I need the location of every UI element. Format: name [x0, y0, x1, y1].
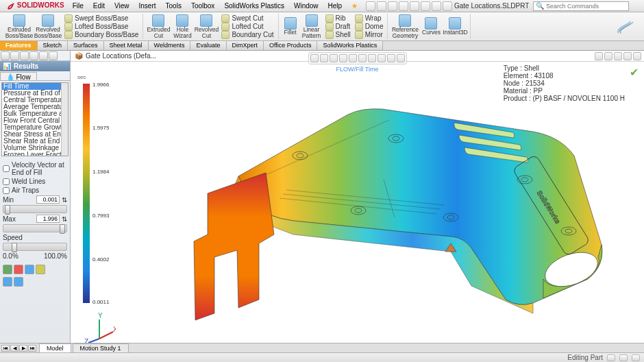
panel-config-icon[interactable] [20, 51, 29, 60]
shell-button[interactable]: Shell [324, 31, 352, 39]
ctrl1-icon[interactable] [3, 277, 12, 287]
tab-prev-icon[interactable]: ◀ [10, 345, 18, 352]
play-icon[interactable] [3, 265, 12, 274]
linear-pattern-icon[interactable] [306, 14, 318, 27]
hide-show-icon[interactable] [368, 54, 376, 62]
qat-print-icon[interactable] [399, 1, 408, 11]
search-input[interactable] [546, 3, 626, 10]
qat-new-icon[interactable] [366, 1, 375, 11]
status-grid-icon[interactable] [632, 354, 640, 361]
tab-model[interactable]: Model [39, 343, 71, 353]
wrap-button[interactable]: Wrap [354, 14, 385, 23]
min-spinner-icon[interactable]: ⇅ [62, 196, 67, 204]
tab-features[interactable]: Features [0, 41, 38, 50]
qat-more-icon[interactable] [443, 1, 452, 11]
tab-next-icon[interactable]: ▶ [19, 345, 27, 352]
graphics-viewport[interactable]: 📦 Gate Locations (Defa... FLOW/Fill [71, 51, 644, 352]
tab-sketch[interactable]: Sketch [38, 41, 69, 50]
view-orient-icon[interactable] [349, 54, 357, 62]
list-item[interactable]: Frozen Layer Fraction at End of [2, 152, 68, 156]
menu-expand-icon[interactable]: ★ [347, 1, 362, 11]
stop-icon[interactable] [14, 265, 23, 274]
vp-tile-icon[interactable] [595, 52, 603, 60]
rib-button[interactable]: Rib [324, 14, 352, 23]
tab-flow[interactable]: 💧 Flow [0, 72, 37, 80]
speed-slider[interactable] [3, 243, 67, 251]
vp-min-icon[interactable] [614, 52, 622, 60]
part-model[interactable]: SolidWorks [149, 73, 622, 334]
panel-plastics-icon[interactable] [49, 51, 58, 60]
max-slider[interactable] [3, 224, 67, 232]
tab-weldments[interactable]: Weldments [149, 41, 191, 50]
curves-icon[interactable] [425, 17, 437, 29]
menu-plastics[interactable]: SolidWorks Plastics [220, 1, 288, 11]
tab-plastics[interactable]: SolidWorks Plastics [317, 41, 383, 50]
help-icon[interactable] [632, 1, 641, 11]
max-input[interactable] [36, 215, 60, 223]
revolved-boss-icon[interactable] [42, 14, 54, 27]
qat-options-icon[interactable] [432, 1, 441, 11]
menu-edit[interactable]: Edit [89, 1, 109, 11]
orientation-triad-icon[interactable]: Y X Z [83, 311, 116, 344]
vp-window-icon[interactable] [604, 52, 612, 60]
panel-display-icon[interactable] [39, 51, 48, 60]
breadcrumb[interactable]: 📦 Gate Locations (Defa... [71, 52, 160, 60]
draft-button[interactable]: Draft [324, 23, 352, 31]
ref-geometry-icon[interactable] [399, 14, 411, 27]
menu-tools[interactable]: Tools [162, 1, 186, 11]
save-img-icon[interactable] [36, 265, 45, 274]
display-style-icon[interactable] [358, 54, 367, 62]
qat-open-icon[interactable] [377, 1, 386, 11]
appearance-icon[interactable] [387, 54, 395, 62]
min-slider[interactable] [3, 205, 67, 213]
panel-tree-icon[interactable] [1, 51, 10, 60]
qat-rebuild-icon[interactable] [421, 1, 430, 11]
min-input[interactable] [36, 195, 60, 204]
menu-toolbox[interactable]: Toolbox [187, 1, 219, 11]
tab-surfaces[interactable]: Surfaces [68, 41, 104, 50]
qat-undo-icon[interactable] [410, 1, 419, 11]
status-units-icon[interactable] [607, 354, 615, 361]
search-commands[interactable]: 🔍 [533, 1, 629, 11]
boundary-boss-button[interactable]: Boundary Boss/Base [63, 31, 140, 39]
fillet-icon[interactable] [284, 17, 297, 29]
scene-icon[interactable] [377, 54, 386, 62]
menu-insert[interactable]: Insert [135, 1, 160, 11]
tab-last-icon[interactable]: ⏭ [28, 345, 36, 352]
menu-window[interactable]: Window [290, 1, 323, 11]
dome-button[interactable]: Dome [354, 23, 385, 31]
menu-help[interactable]: Help [324, 1, 347, 11]
hole-wizard-icon[interactable] [176, 14, 188, 27]
prev-view-icon[interactable] [330, 54, 338, 62]
panel-property-icon[interactable] [10, 51, 19, 60]
tab-first-icon[interactable]: ⏮ [1, 345, 10, 352]
ok-check-icon[interactable]: ✔ [630, 66, 639, 79]
tab-sheetmetal[interactable]: Sheet Metal [104, 41, 149, 50]
velocity-checkbox[interactable] [3, 165, 10, 172]
extruded-boss-icon[interactable] [13, 14, 25, 27]
ctrl2-icon[interactable] [14, 277, 23, 287]
zoom-fit-icon[interactable] [310, 54, 319, 62]
instant3d-icon[interactable] [449, 17, 461, 29]
tab-motion[interactable]: Motion Study 1 [73, 343, 129, 353]
lofted-cut-button[interactable]: Lofted Cut [220, 23, 275, 31]
extruded-cut-icon[interactable] [152, 14, 164, 27]
swept-cut-button[interactable]: Swept Cut [220, 14, 275, 23]
swept-boss-button[interactable]: Swept Boss/Base [63, 14, 140, 23]
results-list[interactable]: Fill Time Pressure at End of Fill Centra… [1, 82, 69, 156]
weld-checkbox[interactable] [3, 178, 10, 185]
max-spinner-icon[interactable]: ⇅ [62, 215, 67, 223]
mirror-button[interactable]: Mirror [354, 31, 385, 39]
vp-close-icon[interactable] [633, 52, 641, 60]
section-icon[interactable] [339, 54, 347, 62]
menu-view[interactable]: View [110, 1, 134, 11]
air-checkbox[interactable] [3, 187, 10, 194]
tab-dimxpert[interactable]: DimXpert [227, 41, 264, 50]
scrollbar[interactable] [61, 83, 68, 156]
qat-save-icon[interactable] [388, 1, 397, 11]
revolved-cut-icon[interactable] [200, 14, 212, 27]
boundary-cut-button[interactable]: Boundary Cut [220, 31, 275, 39]
zoom-area-icon[interactable] [320, 54, 328, 62]
tab-office[interactable]: Office Products [264, 41, 317, 50]
tab-evaluate[interactable]: Evaluate [190, 41, 226, 50]
